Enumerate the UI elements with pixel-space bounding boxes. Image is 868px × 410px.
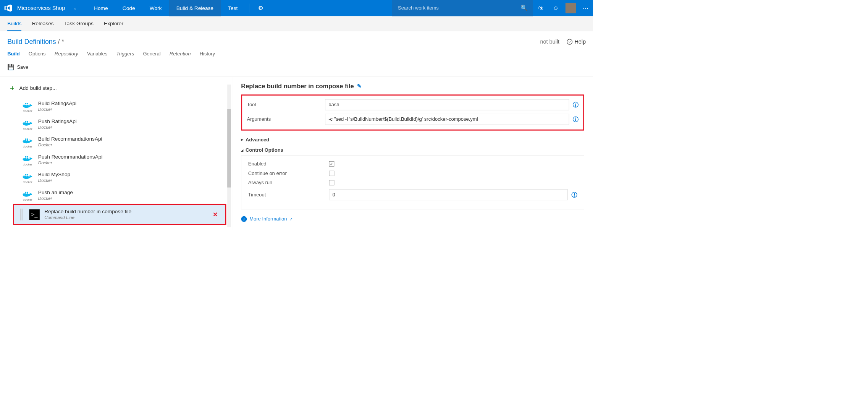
search-input[interactable] xyxy=(398,5,517,11)
step-subtitle: Docker xyxy=(38,125,77,130)
feedback-smile-icon[interactable]: ☺ xyxy=(548,0,564,16)
docker-icon xyxy=(22,136,33,146)
docker-icon-label: docker xyxy=(23,145,32,148)
save-button[interactable]: Save xyxy=(17,65,28,70)
timeout-input[interactable] xyxy=(329,189,568,200)
svg-rect-18 xyxy=(25,156,26,157)
step-subtitle: Command Line xyxy=(44,215,131,220)
svg-rect-3 xyxy=(25,103,26,104)
step-title-header: Replace build number in compose file ✎ xyxy=(241,83,584,90)
toolbar: 💾 Save xyxy=(0,60,593,76)
build-step-row[interactable]: dockerBuild RatingsApiDocker xyxy=(7,97,232,115)
subtab-task-groups[interactable]: Task Groups xyxy=(64,16,94,31)
drag-handle-icon[interactable] xyxy=(20,209,23,220)
breadcrumb-current: * xyxy=(61,37,64,45)
add-build-step-button[interactable]: ＋ Add build step... xyxy=(7,81,232,97)
step-title: Replace build number in compose file xyxy=(44,209,131,215)
chevron-down-icon: ◢ xyxy=(241,148,243,152)
plus-icon: ＋ xyxy=(9,84,16,93)
deftab-triggers[interactable]: Triggers xyxy=(116,51,134,57)
scrollbar-thumb[interactable] xyxy=(227,109,231,188)
docker-icon-label: docker xyxy=(23,109,32,112)
enabled-checkbox[interactable] xyxy=(329,161,335,167)
docker-icon xyxy=(22,100,33,110)
breadcrumb: Build Definitions / * xyxy=(7,37,64,45)
steps-scrollbar[interactable] xyxy=(227,84,231,227)
deftab-general[interactable]: General xyxy=(143,51,160,57)
svg-rect-9 xyxy=(27,121,28,122)
docker-icon xyxy=(22,118,33,128)
build-steps-panel: ＋ Add build step... dockerBuild RatingsA… xyxy=(0,77,232,230)
subtab-explorer[interactable]: Explorer xyxy=(104,16,123,31)
docker-icon-label: docker xyxy=(23,127,32,130)
help-icon: ? xyxy=(567,39,572,44)
step-subtitle: Docker xyxy=(38,143,102,148)
tool-label: Tool xyxy=(247,102,325,107)
arguments-info-icon[interactable]: i xyxy=(573,117,579,122)
user-avatar[interactable] xyxy=(566,3,576,13)
continue-on-error-checkbox[interactable] xyxy=(329,171,335,176)
help-link[interactable]: ? Help xyxy=(567,39,586,45)
edit-pencil-icon[interactable]: ✎ xyxy=(357,83,362,89)
breadcrumb-root[interactable]: Build Definitions xyxy=(7,37,56,45)
more-menu-icon[interactable]: ⋯ xyxy=(578,0,593,16)
more-information-link[interactable]: i More Information ↗ xyxy=(241,216,584,222)
advanced-section-toggle[interactable]: ▶ Advanced xyxy=(241,137,584,143)
build-step-row[interactable]: >_Replace build number in compose fileCo… xyxy=(13,204,226,225)
topnav-code[interactable]: Code xyxy=(115,0,142,16)
step-title: Build RatingsApi xyxy=(38,100,76,107)
tool-info-icon[interactable]: i xyxy=(573,102,579,107)
deftab-retention[interactable]: Retention xyxy=(170,51,191,57)
subtab-releases[interactable]: Releases xyxy=(32,16,54,31)
step-title-text: Replace build number in compose file xyxy=(241,83,354,90)
more-info-text: More Information xyxy=(249,216,287,222)
build-step-row[interactable]: dockerPush RecommandationsApiDocker xyxy=(7,151,232,168)
step-subtitle: Docker xyxy=(38,178,70,183)
top-nav: HomeCodeWorkBuild & ReleaseTest xyxy=(87,0,245,16)
svg-rect-14 xyxy=(27,138,28,139)
deftab-build[interactable]: Build xyxy=(7,51,19,57)
timeout-info-icon[interactable]: i xyxy=(571,192,577,198)
build-step-row[interactable]: dockerPush RatingsApiDocker xyxy=(7,115,232,133)
docker-icon-label: docker xyxy=(23,163,32,166)
build-status: not built xyxy=(540,39,559,45)
deftab-options[interactable]: Options xyxy=(29,51,46,57)
build-step-row[interactable]: dockerPush an imageDocker xyxy=(7,186,232,204)
always-run-label: Always run xyxy=(248,180,329,186)
svg-rect-23 xyxy=(25,174,26,175)
project-chevron-icon[interactable]: ⌄ xyxy=(69,6,81,11)
project-name[interactable]: Microservices Shop xyxy=(17,5,65,11)
deftab-variables[interactable]: Variables xyxy=(87,51,107,57)
chevron-right-icon: ▶ xyxy=(241,138,243,142)
arguments-input[interactable] xyxy=(325,114,569,125)
subtab-builds[interactable]: Builds xyxy=(7,16,21,31)
step-subtitle: Docker xyxy=(38,160,103,165)
svg-rect-28 xyxy=(25,192,26,193)
deftab-repository[interactable]: Repository xyxy=(55,51,78,57)
step-title: Build MyShop xyxy=(38,172,70,178)
topnav-test[interactable]: Test xyxy=(221,0,245,16)
top-nav-bar: Microservices Shop ⌄ HomeCodeWorkBuild &… xyxy=(0,0,593,16)
control-options-toggle[interactable]: ◢ Control Options xyxy=(241,147,584,153)
deftab-history[interactable]: History xyxy=(200,51,215,57)
build-step-row[interactable]: dockerBuild RecommandationsApiDocker xyxy=(7,133,232,151)
remove-step-icon[interactable]: ✕ xyxy=(213,211,218,218)
svg-rect-8 xyxy=(25,121,26,122)
add-step-label: Add build step... xyxy=(19,85,57,91)
search-icon[interactable]: 🔍 xyxy=(520,5,527,11)
always-run-checkbox[interactable] xyxy=(329,180,335,185)
step-subtitle: Docker xyxy=(38,196,73,201)
marketplace-icon[interactable]: 🛍 xyxy=(533,0,548,16)
tool-input[interactable] xyxy=(325,99,569,110)
topnav-work[interactable]: Work xyxy=(142,0,169,16)
enabled-label: Enabled xyxy=(248,161,329,167)
svg-rect-13 xyxy=(25,138,26,139)
svg-rect-29 xyxy=(27,192,28,193)
build-step-row[interactable]: dockerBuild MyShopDocker xyxy=(7,169,232,186)
settings-gear-icon[interactable]: ⚙ xyxy=(255,0,267,16)
svg-rect-24 xyxy=(27,174,28,175)
step-title: Push RatingsApi xyxy=(38,118,77,124)
search-area: 🔍 xyxy=(392,0,533,16)
topnav-home[interactable]: Home xyxy=(87,0,115,16)
topnav-build-release[interactable]: Build & Release xyxy=(169,0,221,16)
